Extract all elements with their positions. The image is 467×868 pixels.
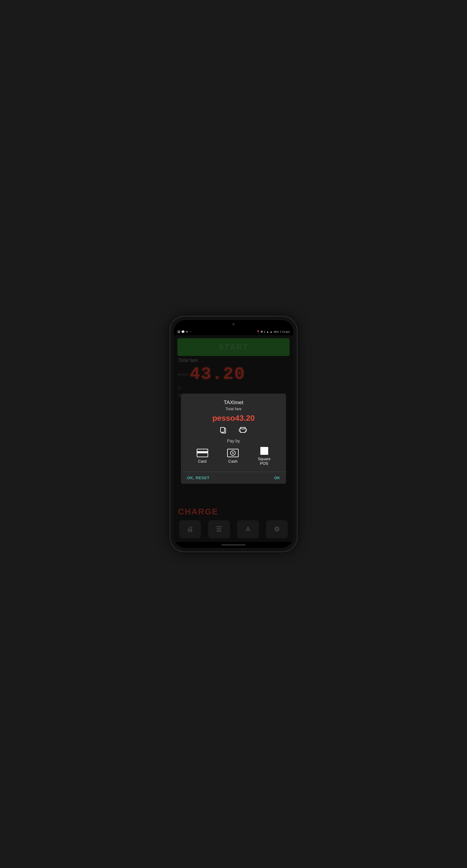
network-badge: 2: [264, 330, 265, 333]
cash-circle: $: [230, 450, 236, 456]
signal-icon2: ▲: [270, 330, 273, 333]
card-icon: [197, 449, 208, 457]
card-stripe: [197, 451, 208, 453]
notification-icon-email: ✉: [186, 330, 188, 333]
modal-subtitle: Total fare: [187, 407, 280, 411]
modal-print-button[interactable]: [239, 427, 247, 434]
print-icon-paper-bottom: [240, 430, 245, 433]
home-indicator: [222, 544, 245, 546]
time-display: 7:13 pm: [280, 330, 290, 333]
pay-by-label: Pay by: [187, 438, 280, 443]
battery-text: 48%: [273, 330, 279, 333]
cash-icon: $: [227, 449, 239, 457]
cash-label: Cash: [228, 459, 237, 464]
notification-icon-chat: 💬: [181, 330, 185, 333]
camera-dot: [232, 323, 235, 326]
ok-reset-button[interactable]: OK, RESET: [187, 475, 210, 480]
modal-fare: pesso43.20: [187, 413, 280, 423]
square-pay-option[interactable]: SquarePOS: [258, 447, 271, 466]
square-icon: [260, 447, 268, 455]
pay-options: Card $ Cash: [187, 447, 280, 466]
ok-button[interactable]: OK: [274, 475, 280, 480]
modal-top-actions: [187, 427, 280, 434]
modal-overlay: TAXImet Total fare pesso43.20: [174, 335, 293, 542]
phone-device: 🖼 💬 ✉ ⋯ 📍 ✱ 2 ▲ ▲ 48% 7:13 pm START: [170, 316, 297, 552]
payment-modal: TAXImet Total fare pesso43.20: [181, 394, 286, 484]
notification-icon-more: ⋯: [189, 330, 192, 333]
modal-footer: OK, RESET OK: [181, 472, 286, 484]
cash-pay-option[interactable]: $ Cash: [227, 449, 239, 464]
card-label: Card: [198, 459, 206, 464]
modal-title: TAXImet: [187, 400, 280, 406]
location-icon: 📍: [256, 330, 260, 333]
copy-icon: [220, 427, 227, 434]
status-left-icons: 🖼 💬 ✉ ⋯: [177, 330, 192, 333]
print-icon: [239, 427, 247, 434]
phone-screen: 🖼 💬 ✉ ⋯ 📍 ✱ 2 ▲ ▲ 48% 7:13 pm START: [174, 320, 293, 548]
bluetooth-icon: ✱: [261, 330, 263, 333]
status-bar: 🖼 💬 ✉ ⋯ 📍 ✱ 2 ▲ ▲ 48% 7:13 pm: [174, 329, 293, 335]
square-label: SquarePOS: [258, 457, 271, 466]
modal-body: TAXImet Total fare pesso43.20: [181, 394, 286, 472]
phone-top-bar: [174, 320, 293, 329]
status-right-info: 📍 ✱ 2 ▲ ▲ 48% 7:13 pm: [256, 330, 290, 333]
notification-icon-image: 🖼: [177, 330, 180, 333]
signal-icon: ▲: [266, 330, 269, 333]
card-pay-option[interactable]: Card: [197, 449, 208, 464]
copy-icon-front: [220, 427, 225, 433]
copy-button[interactable]: [220, 427, 227, 434]
cash-dollar: $: [232, 452, 234, 455]
app-screen: START Total fare pesso 43.20 D W CHARGE: [174, 335, 293, 542]
phone-bottom-bar: [174, 542, 293, 548]
print-icon-paper-top: [240, 427, 245, 429]
